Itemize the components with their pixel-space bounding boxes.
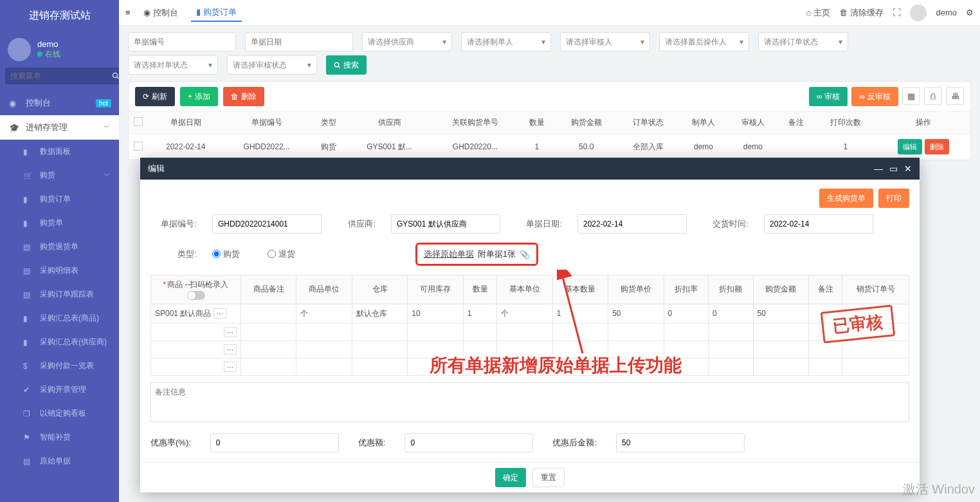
ok-button[interactable]: 确定 (495, 468, 526, 487)
filter-supplier[interactable]: 请选择供应商▾ (362, 32, 452, 51)
maximize-icon[interactable]: ▭ (889, 163, 898, 174)
label-doc-no: 单据编号: (150, 218, 197, 230)
nav-original-doc[interactable]: ▤原始单据 (0, 449, 119, 473)
product-picker[interactable]: ··· (224, 327, 237, 337)
filter-last-op[interactable]: 请选择最后操作人▾ (659, 32, 749, 51)
product-picker[interactable]: ··· (213, 308, 226, 319)
nav-order-track[interactable]: ▤采购订单跟踪表 (0, 283, 119, 306)
paperclip-icon[interactable]: 📎 (520, 250, 530, 259)
label-type: 类型: (150, 248, 197, 260)
remark-textarea[interactable] (150, 382, 909, 422)
nav-purchase[interactable]: 🛒购货﹀ (0, 163, 119, 187)
filter-audit-status[interactable]: 请选择审核状态▾ (227, 55, 317, 75)
nav-purchase-order[interactable]: ▮购货订单 (0, 187, 119, 211)
nav-purchase-detail[interactable]: ▤采购明细表 (0, 259, 119, 283)
tab-console[interactable]: ◉控制台 (138, 5, 183, 21)
scan-toggle[interactable] (187, 291, 205, 300)
add-button[interactable]: +添加 (180, 87, 218, 106)
select-original-link[interactable]: 选择原始单据 (424, 248, 474, 260)
nav-console[interactable]: ◉ 控制台 hot (0, 91, 119, 115)
svg-line-3 (338, 66, 340, 68)
checkbox-all[interactable] (134, 117, 143, 126)
checkbox-row[interactable] (134, 142, 143, 151)
filter-doc-no[interactable] (128, 32, 236, 51)
chart-icon: ▮ (23, 195, 33, 204)
filter-creator[interactable]: 请选择制单人▾ (461, 32, 551, 51)
nav-data-panel[interactable]: ▮数据面板 (0, 140, 119, 163)
edit-row[interactable]: SP001 默认商品 ··· 个 默认仓库 10 1 个 1 50 0 0 50 (151, 304, 909, 323)
input-supplier[interactable] (391, 214, 500, 234)
data-table: 单据日期 单据编号 类型 供应商 关联购货单号 数量 购货金额 订单状态 制单人… (129, 111, 970, 160)
refresh-button[interactable]: ⟳刷新 (135, 87, 175, 106)
chevron-down-icon: ﹀ (104, 171, 110, 180)
clear-cache-button[interactable]: 🗑清除缓存 (839, 7, 884, 19)
menu-toggle-icon[interactable]: ≡ (125, 8, 131, 17)
bottom-summary: 优惠率(%): 优惠额: 优惠后金额: (150, 433, 909, 452)
nav-sales-board[interactable]: ❒以销定购看板 (0, 402, 119, 425)
menu-search-input[interactable] (5, 68, 112, 84)
list-icon: ▤ (23, 266, 33, 275)
unaudit-button[interactable]: ∞反审核 (851, 87, 898, 106)
print-icon[interactable]: 🖶 (946, 87, 964, 105)
input-after-amt[interactable] (616, 433, 745, 452)
label-discount-rate: 优惠率(%): (150, 437, 191, 449)
audit-button[interactable]: ∞审核 (809, 87, 848, 106)
home-button[interactable]: ⌂主页 (806, 7, 831, 19)
radio-return[interactable]: 退货 (268, 248, 314, 260)
row-edit-button[interactable]: 编辑 (898, 139, 922, 154)
caret-icon: ▾ (640, 37, 644, 46)
radio-buy[interactable]: 购货 (212, 248, 259, 260)
nav-jxc[interactable]: 🎓 进销存管理 ﹀ (0, 115, 119, 140)
nav-purchase-doc[interactable]: ▮购货单 (0, 211, 119, 235)
settings-icon[interactable]: ⚙ (966, 8, 974, 17)
list-icon: ▤ (23, 290, 33, 299)
input-doc-date[interactable] (577, 214, 687, 234)
filter-doc-date[interactable] (245, 32, 353, 51)
filter-row-2: 请选择对单状态▾ 请选择审核状态▾ 搜索 (119, 51, 980, 75)
edit-row-empty[interactable]: ··· (151, 323, 909, 340)
col-header: 供应商 (347, 112, 431, 134)
input-delivery[interactable] (764, 214, 873, 234)
caret-icon: ▾ (839, 37, 842, 46)
edit-row-empty[interactable]: ··· (151, 340, 909, 358)
edit-row-empty[interactable]: ··· (151, 358, 909, 375)
input-discount-amt[interactable] (404, 433, 533, 452)
nav-smart-replenish[interactable]: ⚑智能补货 (0, 425, 119, 449)
nav-invoice[interactable]: ✔采购开票管理 (0, 378, 119, 402)
search-button[interactable]: 搜索 (326, 55, 367, 75)
tab-purchase-order[interactable]: ▮购货订单 (191, 4, 242, 22)
caret-icon: ▾ (541, 37, 545, 46)
col-header: 数量 (518, 112, 556, 134)
avatar (8, 38, 31, 61)
nav-summary-product[interactable]: ▮采购汇总表(商品) (0, 306, 119, 330)
dashboard-icon: ◉ (143, 8, 150, 17)
nav-summary-supplier[interactable]: ▮采购汇总表(供应商) (0, 330, 119, 354)
nav-payment-list[interactable]: $采购付款一览表 (0, 354, 119, 378)
caret-icon: ▾ (740, 37, 743, 46)
filter-row-1: 请选择供应商▾ 请选择制单人▾ 请选择审核人▾ 请选择最后操作人▾ 请选择订单状… (119, 26, 980, 51)
row-delete-button[interactable]: 删除 (925, 139, 949, 154)
chart-icon: ▮ (23, 314, 33, 323)
minimize-icon[interactable]: — (874, 163, 883, 174)
label-after-amt: 优惠后金额: (552, 437, 597, 449)
input-discount-rate[interactable] (210, 433, 339, 452)
filter-order-status[interactable]: 请选择订单状态▾ (758, 32, 848, 51)
product-picker[interactable]: ··· (224, 344, 237, 355)
expand-icon[interactable]: ⛶ (893, 8, 901, 17)
table-row[interactable]: 2022-02-14 GHDD2022... 购货 GYS001 默... GH… (129, 134, 970, 160)
user-avatar[interactable] (910, 5, 927, 21)
filter-auditor[interactable]: 请选择审核人▾ (560, 32, 650, 51)
print-button[interactable]: 打印 (878, 189, 909, 208)
columns-icon[interactable]: ▦ (902, 87, 920, 105)
product-picker[interactable]: ··· (224, 362, 237, 372)
input-doc-no[interactable] (212, 214, 322, 234)
col-header: 类型 (310, 112, 347, 134)
nav-purchase-return[interactable]: ▤购货退货单 (0, 235, 119, 259)
delete-button[interactable]: 🗑删除 (223, 87, 264, 106)
export-icon[interactable]: ⎙ (924, 87, 942, 105)
chart-icon: ▮ (23, 338, 33, 347)
reset-button[interactable]: 重置 (532, 468, 565, 487)
filter-match-status[interactable]: 请选择对单状态▾ (128, 55, 218, 75)
gen-order-button[interactable]: 生成购货单 (819, 189, 873, 208)
close-icon[interactable]: ✕ (904, 163, 912, 174)
